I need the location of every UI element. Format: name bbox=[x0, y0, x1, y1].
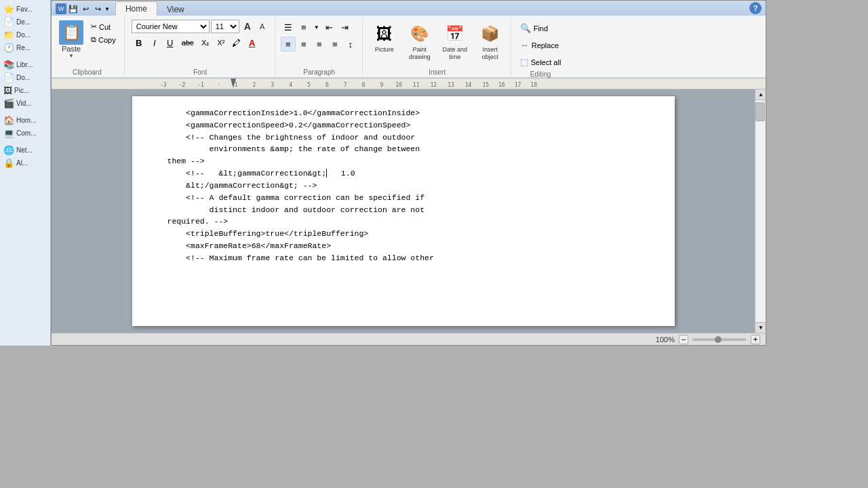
zoom-slider[interactable] bbox=[692, 338, 747, 341]
find-button[interactable]: 🔍 Find bbox=[517, 21, 565, 35]
scroll-track[interactable] bbox=[755, 100, 766, 322]
paragraph-label: Paragraph bbox=[281, 67, 358, 76]
list-dropdown[interactable]: ▼ bbox=[312, 20, 321, 35]
quick-undo[interactable]: ↩ bbox=[80, 3, 91, 14]
line-spacing-button[interactable]: ↕ bbox=[343, 37, 358, 52]
bold-button[interactable]: B bbox=[132, 35, 146, 50]
fav-icon: ⭐ bbox=[3, 4, 14, 14]
picture-icon: 🖼 bbox=[372, 22, 397, 46]
paint-button[interactable]: 🎨 Paintdrawing bbox=[403, 20, 436, 63]
select-icon: ⬚ bbox=[520, 57, 528, 67]
copy-button[interactable]: ⧉ Copy bbox=[88, 34, 119, 45]
doc-line-12: required. --> bbox=[167, 216, 639, 228]
clipboard-group: 📋 Paste ▼ ✂ Cut ⧉ Copy bbox=[54, 17, 125, 76]
sidebar-item-libr[interactable]: 📚 Libr... bbox=[1, 58, 49, 71]
sidebar-item-do[interactable]: 📁 Do... bbox=[1, 28, 49, 41]
font-group: Courier New 11 A A B I U abc X₂ bbox=[126, 17, 275, 76]
doc-line-4: environments &amp; the rate of change be… bbox=[167, 143, 639, 155]
font-size-select[interactable]: 11 bbox=[211, 20, 239, 33]
doc-line-16: <!-- Maximum frame rate can be limited t… bbox=[167, 252, 639, 264]
doc-line-8: &lt;/gammaCorrection&gt; --> bbox=[167, 180, 639, 192]
sidebar-item-net[interactable]: 🌐 Net... bbox=[1, 144, 49, 157]
paint-label: Paintdrawing bbox=[409, 46, 431, 61]
sidebar-item-pic[interactable]: 🖼 Pic... bbox=[1, 84, 49, 97]
sidebar-item-fav[interactable]: ⭐ Fav... bbox=[1, 3, 49, 16]
datetime-button[interactable]: 📅 Date andtime bbox=[439, 20, 471, 63]
select-all-button[interactable]: ⬚ Select all bbox=[517, 55, 565, 69]
underline-button[interactable]: U bbox=[163, 35, 178, 50]
zoom-minus-button[interactable]: − bbox=[679, 335, 688, 344]
align-right-button[interactable]: ≡ bbox=[312, 37, 327, 52]
sidebar-item-re[interactable]: 🕐 Re... bbox=[1, 41, 49, 54]
quick-redo[interactable]: ↪ bbox=[92, 3, 103, 14]
justify-button[interactable]: ≡ bbox=[328, 37, 342, 52]
libr-icon: 📚 bbox=[3, 60, 14, 70]
highlight-button[interactable]: 🖍 bbox=[229, 35, 244, 50]
cut-button[interactable]: ✂ Cut bbox=[88, 21, 119, 33]
insert-object-button[interactable]: 📦 Insertobject bbox=[474, 20, 507, 63]
superscript-button[interactable]: X² bbox=[214, 35, 229, 50]
scroll-down-button[interactable]: ▼ bbox=[755, 322, 766, 333]
strikethrough-button[interactable]: abc bbox=[178, 35, 197, 50]
picture-label: Picture bbox=[375, 46, 394, 53]
tab-home[interactable]: Home bbox=[115, 1, 157, 16]
zoom-thumb[interactable] bbox=[715, 336, 722, 343]
editing-label: Editing bbox=[517, 69, 565, 78]
decrease-indent-button[interactable]: ⇤ bbox=[322, 20, 337, 35]
italic-button[interactable]: I bbox=[147, 35, 162, 50]
ribbon-tabs: W 💾 ↩ ↪ ▼ Home View bbox=[52, 1, 766, 16]
numbered-list-button[interactable]: ≡ bbox=[296, 20, 311, 35]
doc-line-15: <maxFrameRate>68</maxFrameRate> bbox=[167, 240, 639, 252]
re-icon: 🕐 bbox=[3, 43, 14, 53]
vid-icon: 🎬 bbox=[3, 98, 14, 108]
subscript-button[interactable]: X₂ bbox=[198, 35, 213, 50]
sidebar-item-vid[interactable]: 🎬 Vid... bbox=[1, 97, 49, 110]
doc-line-1: <gammaCorrectionInside>1.0</gammaCorrect… bbox=[167, 107, 639, 119]
sidebar-item-hom[interactable]: 🏠 Hom... bbox=[1, 114, 49, 127]
scroll-thumb[interactable] bbox=[755, 102, 765, 121]
zoom-plus-button[interactable]: + bbox=[751, 335, 760, 344]
tab-view[interactable]: View bbox=[157, 3, 194, 16]
scrollbar-vertical: ▲ ▼ bbox=[755, 89, 766, 333]
help-button[interactable]: ? bbox=[749, 2, 762, 14]
datetime-icon: 📅 bbox=[443, 22, 467, 46]
doc-page[interactable]: <gammaCorrectionInside>1.0</gammaCorrect… bbox=[132, 96, 675, 326]
do2-icon: 📄 bbox=[3, 73, 14, 83]
doc-scroll-area[interactable]: <gammaCorrectionInside>1.0</gammaCorrect… bbox=[52, 89, 755, 333]
net-icon: 🌐 bbox=[3, 145, 14, 155]
copy-icon: ⧉ bbox=[91, 35, 96, 44]
paste-button[interactable]: 📋 Paste ▼ bbox=[56, 18, 87, 61]
replace-button[interactable]: ↔ Replace bbox=[517, 38, 565, 52]
app-window: ? W 💾 ↩ ↪ ▼ Home View bbox=[51, 0, 766, 346]
doc-line-3: <!-- Changes the brightness of indoor an… bbox=[167, 131, 639, 144]
pic-icon: 🖼 bbox=[3, 85, 12, 96]
app-icon: W bbox=[56, 3, 66, 14]
sidebar-item-com[interactable]: 💻 Com... bbox=[1, 127, 49, 140]
status-bar: 100% − + bbox=[52, 333, 766, 345]
align-center-button[interactable]: ≡ bbox=[296, 37, 311, 52]
doc-line-7: <!-- &lt;gammaCorrection&gt; 1.0 bbox=[167, 167, 639, 180]
font-color-button[interactable]: A bbox=[245, 35, 260, 50]
align-left-button[interactable]: ≡ bbox=[281, 37, 296, 52]
increase-indent-button[interactable]: ⇥ bbox=[338, 20, 353, 35]
scroll-up-button[interactable]: ▲ bbox=[755, 89, 766, 100]
bullets-button[interactable]: ☰ bbox=[281, 20, 296, 35]
sidebar-item-do2[interactable]: 📄 Do... bbox=[1, 71, 49, 84]
paste-icon: 📋 bbox=[59, 20, 83, 45]
picture-button[interactable]: 🖼 Picture bbox=[368, 20, 401, 55]
paint-icon: 🎨 bbox=[408, 22, 432, 46]
quick-save[interactable]: 💾 bbox=[68, 3, 79, 14]
datetime-label: Date andtime bbox=[442, 46, 467, 61]
doc-line-14: <tripleBuffering>true</tripleBuffering> bbox=[167, 228, 639, 240]
com-icon: 💻 bbox=[3, 128, 14, 138]
dropdown-arrow[interactable]: ▼ bbox=[104, 6, 110, 12]
paragraph-group: ☰ ≡ ▼ ⇤ ⇥ ≡ ≡ ≡ ≡ ↕ Paragraph bbox=[277, 17, 363, 76]
sidebar-item-al[interactable]: 🔒 Al... bbox=[1, 157, 49, 169]
font-family-select[interactable]: Courier New bbox=[132, 20, 210, 33]
font-grow-button[interactable]: A bbox=[241, 20, 254, 33]
paste-dropdown[interactable]: ▼ bbox=[68, 53, 74, 59]
font-shrink-button[interactable]: A bbox=[256, 20, 269, 33]
sidebar-item-de[interactable]: 📄 De... bbox=[1, 16, 49, 28]
zoom-level: 100% bbox=[656, 336, 675, 344]
binoculars-icon: 🔍 bbox=[520, 23, 531, 33]
